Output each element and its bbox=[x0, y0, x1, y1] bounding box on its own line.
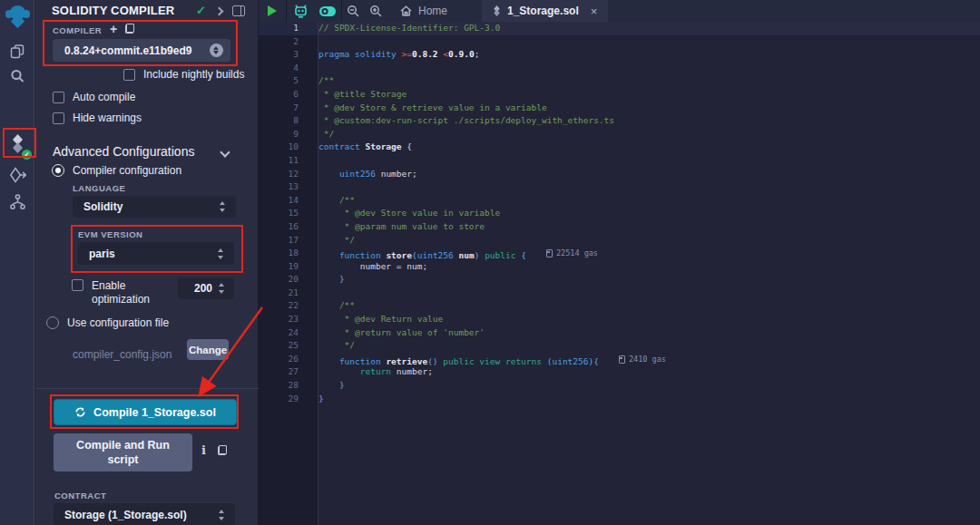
line-number[interactable]: 21 bbox=[259, 287, 318, 300]
line-number[interactable]: 23 bbox=[259, 313, 318, 326]
deploy-run-icon[interactable] bbox=[0, 161, 34, 189]
tab-1-storage-sol[interactable]: 1_Storage.sol × bbox=[482, 0, 608, 22]
copy-script-icon[interactable] bbox=[218, 445, 227, 455]
code-line[interactable]: */ bbox=[318, 128, 980, 141]
line-number[interactable]: 22 bbox=[259, 299, 318, 313]
code-line[interactable]: return number; bbox=[318, 365, 980, 379]
line-number[interactable]: 18 bbox=[259, 247, 318, 260]
line-number[interactable]: 16 bbox=[259, 220, 318, 234]
language-select[interactable]: Solidity bbox=[73, 196, 236, 218]
line-number[interactable]: 29 bbox=[259, 393, 318, 406]
line-number[interactable]: 10 bbox=[259, 141, 318, 154]
change-config-button[interactable]: Change bbox=[187, 339, 229, 360]
code-line[interactable] bbox=[318, 287, 980, 300]
version-stepper-icon[interactable] bbox=[210, 44, 223, 57]
code-line[interactable]: * @custom:dev-run-script ./scripts/deplo… bbox=[318, 114, 980, 128]
contract-select[interactable]: Storage (1_Storage.sol) bbox=[54, 503, 235, 525]
line-number[interactable]: 9 bbox=[259, 128, 318, 141]
line-number[interactable]: 2 bbox=[259, 35, 318, 49]
code-line[interactable]: uint256 number; bbox=[318, 168, 980, 181]
compile-and-run-button[interactable]: Compile and Run script bbox=[54, 433, 192, 472]
code-line[interactable]: * @dev Store value in variable bbox=[318, 207, 980, 220]
compiler-version-select[interactable]: 0.8.24+commit.e11b9ed9 bbox=[53, 39, 230, 62]
code-line[interactable]: /** bbox=[318, 299, 980, 313]
code-line[interactable]: * @dev Return value bbox=[318, 313, 980, 326]
line-number[interactable]: 6 bbox=[259, 88, 318, 102]
line-number[interactable]: 19 bbox=[259, 260, 318, 274]
enable-optimization-checkbox[interactable] bbox=[72, 279, 83, 291]
code-line[interactable]: */ bbox=[318, 234, 980, 248]
line-number[interactable]: 24 bbox=[259, 326, 318, 340]
code-line[interactable]: number = num; bbox=[318, 260, 980, 274]
line-number[interactable]: 17 bbox=[259, 234, 318, 248]
pin-panel-icon[interactable] bbox=[232, 5, 245, 16]
line-number[interactable]: 25 bbox=[259, 339, 318, 353]
ai-toggle-button[interactable] bbox=[314, 0, 341, 22]
line-number[interactable]: 8 bbox=[259, 114, 318, 128]
code-line[interactable]: /** bbox=[318, 194, 980, 208]
code-line[interactable]: */ bbox=[318, 339, 980, 353]
code-line[interactable]: } bbox=[318, 379, 980, 393]
code-line[interactable]: function retrieve() public view returns … bbox=[318, 353, 980, 366]
code-line[interactable] bbox=[318, 35, 980, 49]
code-line[interactable]: * @dev Store & retrieve value in a varia… bbox=[318, 102, 980, 115]
code-line[interactable]: function store(uint256 num) public {2251… bbox=[318, 247, 980, 260]
hide-warnings-checkbox[interactable] bbox=[53, 112, 64, 124]
line-number[interactable]: 26 bbox=[259, 353, 318, 366]
search-icon[interactable] bbox=[0, 63, 34, 90]
close-tab-icon[interactable]: × bbox=[591, 5, 598, 18]
code-line[interactable]: /** bbox=[318, 74, 980, 88]
code-line[interactable]: contract Storage { bbox=[318, 141, 980, 154]
nightly-builds-checkbox[interactable] bbox=[123, 69, 135, 81]
code-line[interactable]: // SPDX-License-Identifier: GPL-3.0 bbox=[318, 22, 980, 35]
git-plugin-icon[interactable] bbox=[0, 188, 34, 215]
add-compiler-icon[interactable]: + bbox=[110, 22, 117, 36]
code-editor[interactable]: 1234567891011121314151617181920212223242… bbox=[259, 22, 980, 525]
line-number[interactable]: 5 bbox=[259, 74, 318, 88]
chevron-down-icon[interactable] bbox=[220, 147, 230, 157]
stepper-icon bbox=[218, 283, 226, 294]
code-line[interactable] bbox=[318, 62, 980, 75]
line-number[interactable]: 28 bbox=[259, 379, 318, 393]
line-number[interactable]: 11 bbox=[259, 154, 318, 168]
zoom-in-button[interactable] bbox=[365, 0, 387, 22]
compile-button[interactable]: Compile 1_Storage.sol bbox=[54, 399, 237, 425]
code-line[interactable]: * @title Storage bbox=[318, 88, 980, 102]
tab-home[interactable]: Home bbox=[387, 0, 460, 22]
code-line[interactable]: * @param num value to store bbox=[318, 220, 980, 234]
line-number[interactable]: 27 bbox=[259, 365, 318, 379]
compiler-configuration-radio[interactable] bbox=[52, 164, 64, 177]
code-line[interactable]: * @return value of 'number' bbox=[318, 326, 980, 340]
remix-logo-icon[interactable] bbox=[0, 4, 34, 29]
evm-version-select[interactable]: paris bbox=[78, 242, 234, 265]
zoom-out-button[interactable] bbox=[342, 0, 365, 22]
code-line[interactable] bbox=[318, 154, 980, 168]
info-icon[interactable]: i bbox=[201, 443, 206, 457]
solidity-compiler-icon[interactable]: ✓ bbox=[0, 130, 34, 157]
line-number[interactable]: 13 bbox=[259, 180, 318, 194]
divider bbox=[35, 388, 259, 389]
line-number[interactable]: 7 bbox=[259, 102, 318, 115]
solidity-compiler-panel: SOLIDITY COMPILER ✓ COMPILER + 0.8.24+co… bbox=[35, 0, 259, 525]
optimization-runs-input[interactable]: 200 bbox=[178, 277, 234, 299]
ai-assistant-button[interactable] bbox=[287, 0, 314, 22]
line-number[interactable]: 3 bbox=[259, 48, 318, 62]
line-number[interactable]: 12 bbox=[259, 168, 318, 181]
file-explorer-icon[interactable] bbox=[0, 38, 34, 65]
line-number[interactable]: 14 bbox=[259, 194, 318, 208]
use-configuration-file-radio[interactable] bbox=[46, 316, 59, 329]
line-number[interactable]: 1 bbox=[259, 22, 318, 35]
editor-tabbar: Home 1_Storage.sol × bbox=[259, 0, 980, 22]
advanced-configurations-header[interactable]: Advanced Configurations bbox=[53, 144, 194, 159]
copy-compiler-icon[interactable] bbox=[125, 24, 134, 34]
chevron-right-icon[interactable] bbox=[215, 7, 224, 16]
line-number[interactable]: 4 bbox=[259, 62, 318, 75]
code-line[interactable]: pragma solidity >=0.8.2 <0.9.0; bbox=[318, 48, 980, 62]
run-script-button[interactable] bbox=[259, 0, 286, 22]
code-line[interactable] bbox=[318, 180, 980, 194]
code-line[interactable]: } bbox=[318, 393, 980, 406]
line-number[interactable]: 15 bbox=[259, 207, 318, 220]
auto-compile-checkbox[interactable] bbox=[53, 92, 64, 103]
code-line[interactable]: } bbox=[318, 273, 980, 287]
line-number[interactable]: 20 bbox=[259, 273, 318, 287]
